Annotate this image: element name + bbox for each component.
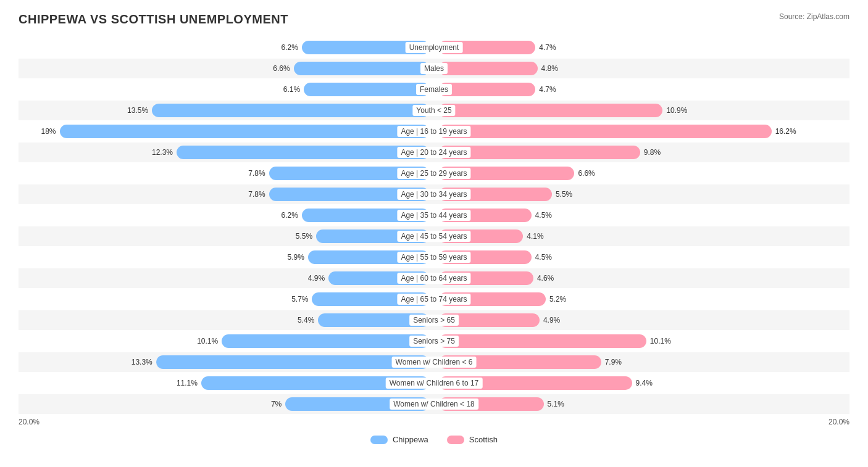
scottish-bar	[439, 62, 538, 75]
chart-row: 13.3% Women w/ Children < 6 7.9%	[19, 352, 849, 372]
chippewa-bar	[304, 83, 429, 96]
right-section: 5.1%	[434, 397, 849, 411]
right-value: 5.5%	[556, 190, 574, 199]
left-value: 7.8%	[247, 169, 265, 178]
left-section: 6.2%	[19, 41, 434, 54]
left-value: 6.2%	[280, 43, 298, 52]
right-value: 4.1%	[527, 232, 545, 241]
scottish-bar	[439, 376, 632, 390]
left-section: 12.3%	[19, 146, 434, 159]
right-value: 4.7%	[539, 43, 557, 52]
right-section: 4.5%	[434, 250, 849, 264]
scottish-bar	[439, 146, 640, 159]
left-value: 11.1%	[177, 379, 198, 387]
chart-row: 13.5% Youth < 25 10.9%	[19, 101, 849, 120]
chart-row: 4.9% Age | 60 to 64 years 4.6%	[19, 268, 849, 288]
chart-row: 6.6% Males 4.8%	[19, 59, 849, 78]
chart-header: CHIPPEWA VS SCOTTISH UNEMPLOYMENT Source…	[19, 12, 849, 27]
left-value: 5.9%	[286, 253, 304, 262]
scottish-bar	[439, 83, 535, 96]
chippewa-bar	[177, 146, 429, 159]
left-section: 7.8%	[19, 167, 434, 180]
chart-row: 12.3% Age | 20 to 24 years 9.8%	[19, 143, 849, 162]
legend: Chippewa Scottish	[19, 435, 849, 444]
right-section: 4.1%	[434, 229, 849, 243]
left-section: 13.5%	[19, 104, 434, 117]
right-value: 7.9%	[605, 358, 624, 366]
right-value: 4.5%	[535, 253, 554, 262]
scottish-bar	[439, 250, 532, 264]
axis-right: 20.0%	[828, 418, 849, 426]
scottish-bar	[439, 334, 646, 348]
right-value: 4.6%	[537, 274, 556, 283]
right-value: 10.9%	[666, 106, 687, 115]
right-section: 9.8%	[434, 146, 849, 159]
chippewa-bar	[302, 209, 429, 222]
right-value: 4.9%	[543, 316, 562, 324]
scottish-bar	[439, 313, 540, 327]
axis-left: 20.0%	[19, 418, 40, 426]
left-value: 4.9%	[306, 274, 325, 283]
chart-row: 11.1% Women w/ Children 6 to 17 9.4%	[19, 373, 849, 393]
left-section: 4.9%	[19, 271, 434, 285]
left-value: 7%	[263, 400, 282, 408]
chart-row: 6.2% Age | 35 to 44 years 4.5%	[19, 205, 849, 225]
chart-source: Source: ZipAtlas.com	[779, 12, 849, 21]
left-value: 12.3%	[152, 148, 173, 157]
chippewa-bar	[222, 334, 429, 348]
right-section: 5.5%	[434, 188, 849, 201]
left-value: 13.5%	[127, 106, 148, 115]
chart-row: 7.8% Age | 25 to 29 years 6.6%	[19, 163, 849, 183]
left-section: 5.9%	[19, 250, 434, 264]
left-section: 6.1%	[19, 83, 434, 96]
legend-scottish: Scottish	[447, 435, 498, 444]
scottish-bar	[439, 125, 772, 138]
scottish-label: Scottish	[469, 435, 498, 444]
chippewa-bar	[201, 376, 429, 390]
left-value: 6.2%	[280, 211, 298, 220]
right-section: 16.2%	[434, 125, 849, 138]
chippewa-bar	[328, 271, 429, 285]
chippewa-bar	[302, 41, 429, 54]
right-section: 4.8%	[434, 62, 849, 75]
scottish-bar	[439, 167, 574, 180]
chart-row: 6.1% Females 4.7%	[19, 80, 849, 99]
chart-title: CHIPPEWA VS SCOTTISH UNEMPLOYMENT	[19, 12, 288, 27]
left-value: 6.1%	[282, 85, 300, 94]
chippewa-bar	[316, 229, 429, 243]
chart-body: 6.2% Unemployment 4.7% 6.6% Males 4.8%	[19, 38, 849, 414]
chart-row: 7.8% Age | 30 to 34 years 5.5%	[19, 184, 849, 204]
left-value: 5.7%	[290, 295, 308, 304]
left-value: 13.3%	[131, 358, 152, 366]
left-value: 10.1%	[197, 337, 218, 345]
right-section: 7.9%	[434, 355, 849, 369]
right-value: 5.1%	[548, 400, 566, 408]
right-value: 9.4%	[636, 379, 654, 387]
right-value: 9.8%	[644, 148, 662, 157]
left-section: 5.5%	[19, 229, 434, 243]
right-section: 4.7%	[434, 41, 849, 54]
chart-row: 7% Women w/ Children < 18 5.1%	[19, 394, 849, 414]
left-value: 7.8%	[247, 190, 265, 199]
right-value: 4.7%	[539, 85, 557, 94]
chippewa-bar	[312, 292, 429, 306]
right-value: 16.2%	[775, 127, 796, 136]
chart-row: 5.9% Age | 55 to 59 years 4.5%	[19, 247, 849, 267]
left-section: 7%	[19, 397, 434, 411]
right-section: 9.4%	[434, 376, 849, 390]
left-section: 5.4%	[19, 313, 434, 327]
left-section: 6.2%	[19, 209, 434, 222]
chippewa-bar	[285, 397, 429, 411]
left-value: 5.5%	[294, 232, 312, 241]
left-value: 18%	[38, 127, 56, 136]
scottish-bar	[439, 355, 601, 369]
scottish-bar	[439, 229, 523, 243]
scottish-bar	[439, 41, 535, 54]
right-value: 10.1%	[650, 337, 671, 345]
chart-row: 5.4% Seniors > 65 4.9%	[19, 310, 849, 330]
right-section: 6.6%	[434, 167, 849, 180]
right-section: 4.6%	[434, 271, 849, 285]
scottish-bar	[439, 188, 552, 201]
axis-row: 20.0% 20.0%	[19, 418, 849, 426]
right-section: 10.9%	[434, 104, 849, 117]
